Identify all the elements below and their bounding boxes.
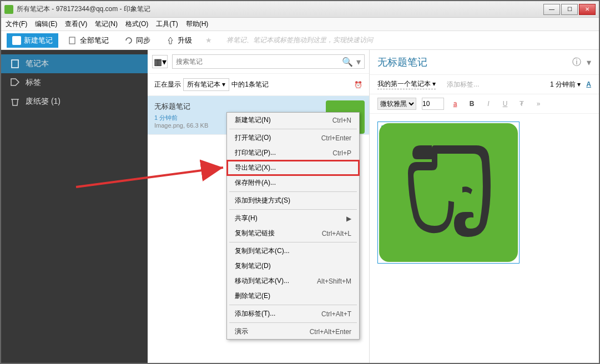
- toolbar: 新建笔记 全部笔记 同步 升级 ★ 将笔记、笔记本或标签拖动到这里，实现快速访问: [1, 31, 599, 50]
- menu-note[interactable]: 笔记(N): [95, 19, 118, 29]
- search-box[interactable]: 🔍 ▾: [172, 54, 365, 69]
- context-menu-item[interactable]: 添加到快捷方式(S): [227, 193, 359, 208]
- menu-separator: [229, 209, 357, 210]
- notebook-icon: [10, 59, 20, 69]
- editor-timestamp: 1 分钟前 ▾: [550, 80, 581, 89]
- menu-help[interactable]: 帮助(H): [186, 19, 209, 29]
- add-tag-input[interactable]: 添加标签...: [447, 80, 479, 89]
- context-menu-item[interactable]: 复制到笔记本(C)...: [227, 244, 359, 259]
- search-dropdown-icon[interactable]: ▾: [356, 57, 361, 67]
- menu-separator: [229, 305, 357, 305]
- text-style-icon[interactable]: A: [586, 80, 591, 88]
- context-menu-item[interactable]: 导出笔记(X)...: [227, 160, 359, 175]
- star-icon: ★: [205, 36, 212, 44]
- info-icon[interactable]: ⓘ: [572, 57, 581, 68]
- editor-title[interactable]: 无标题笔记: [377, 55, 572, 69]
- context-menu-item[interactable]: 复制笔记链接Ctrl+Alt+L: [227, 226, 359, 241]
- sync-button[interactable]: 同步: [119, 33, 156, 48]
- more-format-icon[interactable]: »: [533, 98, 544, 109]
- reminder-icon[interactable]: ⏰: [354, 81, 362, 89]
- context-menu-item[interactable]: 添加标签(T)...Ctrl+Alt+T: [227, 306, 359, 321]
- font-select[interactable]: 微软雅黑: [377, 98, 416, 110]
- trash-icon: [10, 97, 20, 107]
- context-menu-item[interactable]: 打印笔记(P)...Ctrl+P: [227, 145, 359, 160]
- plus-icon: [12, 36, 21, 45]
- context-menu-item[interactable]: 删除笔记(E): [227, 289, 359, 304]
- italic-button[interactable]: I: [483, 98, 494, 109]
- font-color-button[interactable]: a: [450, 98, 461, 109]
- note-editor: 无标题笔记 ⓘ ▾ 我的第一个笔记本 ▾ 添加标签... 1 分钟前 ▾ A 微…: [370, 50, 599, 363]
- menu-separator: [229, 242, 357, 242]
- all-notes-button[interactable]: 全部笔记: [63, 33, 114, 48]
- menu-separator: [229, 191, 357, 192]
- search-icon: 🔍: [342, 57, 353, 67]
- menu-separator: [229, 129, 357, 129]
- sidebar: 笔记本 标签 废纸篓 (1): [1, 50, 148, 363]
- editor-content[interactable]: ⓐ ◉: [370, 114, 599, 363]
- view-switch[interactable]: ▦▾: [152, 55, 168, 68]
- menu-edit[interactable]: 编辑(E): [35, 19, 57, 29]
- menu-separator: [229, 322, 357, 323]
- menu-bar: 文件(F) 编辑(E) 查看(V) 笔记(N) 格式(O) 工具(T) 帮助(H…: [1, 18, 599, 31]
- menu-view[interactable]: 查看(V): [65, 19, 87, 29]
- notes-icon: [68, 36, 77, 45]
- context-menu-item[interactable]: 复制笔记(D): [227, 259, 359, 274]
- upgrade-button[interactable]: 升级: [160, 33, 198, 48]
- context-menu: 新建笔记(N)Ctrl+N打开笔记(O)Ctrl+Enter打印笔记(P)...…: [226, 112, 360, 340]
- filter-count: 中的1条笔记: [231, 80, 269, 89]
- sidebar-item-notebooks[interactable]: 笔记本: [1, 54, 148, 73]
- close-button[interactable]: ✕: [579, 4, 596, 15]
- menu-format[interactable]: 格式(O): [125, 19, 148, 29]
- maximize-button[interactable]: ☐: [561, 4, 578, 15]
- context-menu-item[interactable]: 保存附件(A)...: [227, 175, 359, 190]
- minimize-button[interactable]: —: [543, 4, 560, 15]
- new-note-button[interactable]: 新建笔记: [7, 33, 58, 48]
- strike-button[interactable]: ₮: [516, 98, 527, 109]
- toolbar-hint: 将笔记、笔记本或标签拖动到这里，实现快速访问: [226, 36, 373, 45]
- more-icon[interactable]: ▾: [587, 57, 591, 68]
- evernote-logo-image: [379, 123, 518, 262]
- context-menu-item[interactable]: 演示Ctrl+Alt+Enter: [227, 324, 359, 339]
- filter-scope-dropdown[interactable]: 所有笔记本 ▾: [183, 78, 229, 91]
- svg-rect-1: [12, 60, 18, 68]
- notebook-dropdown[interactable]: 我的第一个笔记本 ▾: [377, 79, 436, 89]
- font-size-input[interactable]: [422, 98, 444, 110]
- title-bar: 所有笔记本 - 978172344@qq.com - 印象笔记 — ☐ ✕: [1, 1, 599, 18]
- window-title: 所有笔记本 - 978172344@qq.com - 印象笔记: [17, 4, 543, 14]
- upgrade-icon: [166, 36, 175, 45]
- context-menu-item[interactable]: 移动到笔记本(V)...Alt+Shift+M: [227, 274, 359, 289]
- app-icon: [4, 5, 13, 14]
- format-bar: 微软雅黑 a B I U ₮ »: [370, 94, 599, 114]
- underline-button[interactable]: U: [500, 98, 511, 109]
- context-menu-item[interactable]: 共享(H)▶: [227, 211, 359, 226]
- tag-icon: [10, 78, 20, 88]
- menu-file[interactable]: 文件(F): [6, 19, 27, 29]
- filter-label: 正在显示: [154, 80, 181, 89]
- search-input[interactable]: [176, 58, 342, 65]
- svg-rect-0: [69, 37, 75, 44]
- sidebar-item-trash[interactable]: 废纸篓 (1): [1, 92, 148, 111]
- sync-icon: [124, 36, 133, 45]
- context-menu-item[interactable]: 打开笔记(O)Ctrl+Enter: [227, 130, 359, 145]
- attached-image[interactable]: ⓐ ◉: [377, 122, 520, 264]
- bold-button[interactable]: B: [466, 98, 477, 109]
- menu-tools[interactable]: 工具(T): [156, 19, 178, 29]
- sidebar-item-tags[interactable]: 标签: [1, 73, 148, 92]
- context-menu-item[interactable]: 新建笔记(N)Ctrl+N: [227, 113, 359, 128]
